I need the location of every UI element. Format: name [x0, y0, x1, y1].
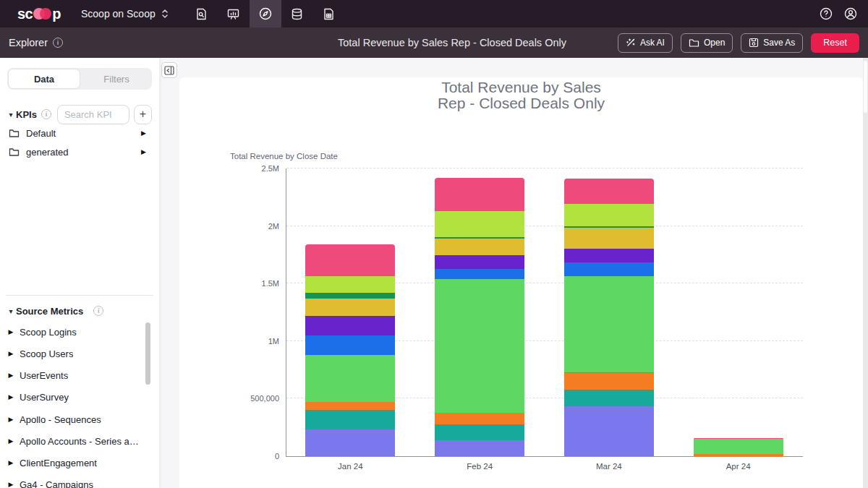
expand-arrow-icon[interactable]: ▶ — [141, 148, 146, 155]
sidebar: Data Filters ▾ KPIs i + Default ▶ genera… — [0, 58, 159, 488]
document-search-nav-icon[interactable] — [186, 0, 218, 27]
content-area: Data Filters ▾ KPIs i + Default ▶ genera… — [0, 58, 868, 488]
bar-segment-rep-gold[interactable] — [435, 239, 524, 255]
bar-segment-rep-green[interactable] — [564, 276, 654, 372]
kpis-label: KPIs — [16, 109, 37, 120]
stacked-bar-feb-24[interactable] — [435, 168, 524, 456]
explorer-compass-nav-icon[interactable] — [250, 0, 281, 27]
bar-segment-rep-green[interactable] — [305, 355, 395, 402]
presentation-nav-icon[interactable] — [218, 0, 250, 27]
sidebar-gutter — [159, 58, 179, 488]
bar-segment-rep-orange[interactable] — [694, 454, 783, 457]
help-icon[interactable] — [819, 7, 833, 21]
bar-segment-rep-darkgreen[interactable] — [564, 226, 654, 228]
metric-item-ga4-campaigns[interactable]: ▶Ga4 - Campaigns — [0, 477, 145, 488]
stacked-bar-jan-24[interactable] — [305, 168, 395, 456]
explorer-label: Explorer — [9, 37, 48, 48]
tab-filters[interactable]: Filters — [81, 68, 152, 90]
bar-segment-rep-periwinkle[interactable] — [435, 440, 524, 456]
bar-segment-rep-lime[interactable] — [564, 204, 654, 227]
explorer-toolbar: Explorer i Total Revenue by Sales Rep - … — [0, 27, 868, 58]
metric-item-apollo-accounts[interactable]: ▶Apollo Accounts - Series a, … — [0, 434, 145, 448]
explorer-label-group: Explorer i — [9, 37, 63, 48]
bar-segment-rep-blue[interactable] — [564, 262, 654, 276]
kpi-folder-default[interactable]: Default ▶ — [0, 126, 159, 140]
bar-segment-rep-periwinkle[interactable] — [305, 429, 395, 456]
bar-segment-rep-green[interactable] — [694, 439, 783, 453]
sidebar-tab-switch: Data Filters — [7, 68, 152, 90]
folder-icon — [9, 147, 20, 157]
bar-segment-rep-blue[interactable] — [435, 269, 524, 279]
explorer-info-icon[interactable]: i — [53, 38, 63, 48]
expand-arrow-icon[interactable]: ▶ — [141, 129, 146, 137]
bar-segment-rep-teal[interactable] — [305, 410, 395, 430]
add-kpi-button[interactable]: + — [134, 105, 152, 124]
kpis-header-row: ▾ KPIs i + — [0, 104, 159, 124]
y-axis-tick-label: 1M — [268, 337, 279, 346]
x-axis-tick-label: Mar 24 — [596, 462, 622, 471]
datasets-nav-icon[interactable] — [281, 0, 313, 27]
bar-segment-rep-lime[interactable] — [305, 276, 395, 293]
metric-item-userevents[interactable]: ▶UserEvents — [0, 368, 145, 382]
metric-item-scoop-users[interactable]: ▶Scoop Users — [0, 346, 145, 361]
folder-icon — [9, 129, 20, 138]
logo-oo-circles — [33, 8, 51, 20]
bar-segment-rep-pink[interactable] — [694, 438, 783, 439]
bar-segment-rep-purple[interactable] — [305, 316, 395, 335]
panel-collapse-icon — [164, 66, 174, 75]
workspace-selector[interactable]: Scoop on Scoop — [81, 8, 169, 20]
bar-segment-rep-blue[interactable] — [305, 335, 395, 355]
metric-item-clientengagement[interactable]: ▶ClientEngagement — [0, 455, 145, 470]
bar-segment-rep-teal[interactable] — [564, 390, 654, 406]
bar-segment-rep-pink[interactable] — [564, 179, 654, 204]
kpis-collapse-caret[interactable]: ▾ — [6, 111, 16, 119]
x-axis-tick-label: Apr 24 — [726, 462, 751, 471]
bar-segment-rep-teal[interactable] — [435, 424, 524, 440]
plot-area: 0500,0001M1.5M2M2.5MJan 24Feb 24Mar 24Ap… — [286, 168, 803, 456]
workspace-name: Scoop on Scoop — [81, 8, 156, 20]
bar-segment-rep-pink[interactable] — [435, 178, 524, 210]
sidebar-divider — [6, 295, 153, 296]
open-button[interactable]: Open — [681, 33, 733, 53]
save-as-button[interactable]: Save As — [741, 33, 803, 53]
bar-segment-rep-periwinkle[interactable] — [564, 406, 654, 456]
folder-icon — [689, 38, 699, 48]
y-axis-tick-label: 2M — [268, 222, 279, 231]
bar-segment-rep-purple[interactable] — [564, 249, 654, 262]
bar-segment-rep-gold[interactable] — [305, 299, 395, 316]
chart-canvas: Total Revenue by Sales Rep - Closed Deal… — [179, 58, 868, 488]
kpi-search-input[interactable] — [57, 105, 129, 124]
metric-item-usersurvey[interactable]: ▶UserSurvey — [0, 390, 145, 404]
kpis-info-icon[interactable]: i — [41, 109, 51, 119]
logo-text-start: sc — [17, 6, 33, 22]
bar-segment-rep-purple[interactable] — [435, 255, 524, 269]
sidebar-scrollbar-thumb[interactable] — [145, 322, 150, 385]
bar-segment-rep-gold[interactable] — [564, 228, 654, 249]
source-metrics-label: Source Metrics — [16, 306, 83, 317]
bar-segment-rep-slate[interactable] — [564, 372, 654, 374]
bar-segment-rep-orange[interactable] — [435, 413, 524, 425]
account-icon[interactable] — [843, 7, 858, 21]
bar-segment-rep-orange[interactable] — [305, 402, 395, 409]
canvas-scrollbar-thumb[interactable] — [864, 61, 867, 113]
collapse-sidebar-button[interactable] — [161, 62, 177, 78]
stacked-bar-mar-24[interactable] — [564, 168, 654, 456]
scoop-logo[interactable]: sc p — [17, 6, 61, 22]
tab-data[interactable]: Data — [8, 69, 80, 89]
reports-nav-icon[interactable] — [313, 0, 345, 27]
ask-ai-button[interactable]: Ask AI — [618, 33, 673, 53]
reset-button[interactable]: Reset — [811, 33, 859, 53]
bar-segment-rep-darkgreen[interactable] — [435, 237, 524, 239]
kpi-folder-generated[interactable]: generated ▶ — [0, 145, 159, 159]
bar-segment-rep-pink[interactable] — [305, 244, 395, 276]
bar-segment-rep-green[interactable] — [435, 279, 524, 413]
bar-segment-rep-orange[interactable] — [564, 373, 654, 389]
source-metrics-info-icon[interactable]: i — [93, 306, 103, 316]
metric-item-scoop-logins[interactable]: ▶Scoop Logins — [0, 325, 145, 339]
stacked-bar-apr-24[interactable] — [694, 168, 783, 456]
metric-item-apollo-sequences[interactable]: ▶Apollo - Sequences — [0, 412, 145, 427]
source-metrics-collapse-caret[interactable]: ▾ — [6, 307, 16, 315]
bar-segment-rep-darkgreen[interactable] — [305, 293, 395, 299]
canvas-scrollbar-track[interactable] — [863, 58, 868, 488]
bar-segment-rep-lime[interactable] — [435, 211, 524, 238]
